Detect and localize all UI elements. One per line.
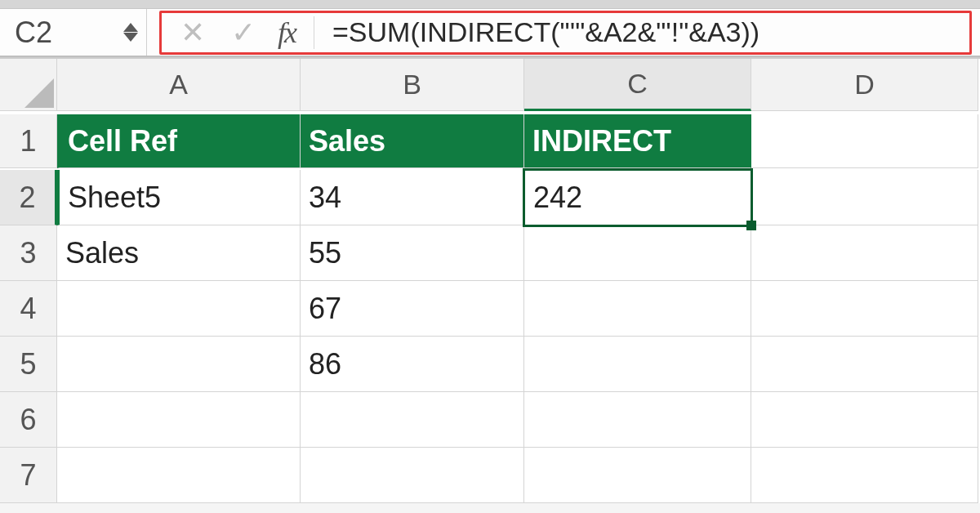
col-header-A[interactable]: A	[57, 59, 301, 111]
cell-A1[interactable]: Cell Ref	[57, 114, 301, 168]
cell-C2[interactable]: 242	[523, 168, 753, 227]
cell-A6[interactable]	[57, 392, 301, 448]
cell-C7[interactable]	[524, 448, 751, 503]
divider	[314, 16, 314, 49]
window-chrome	[0, 0, 980, 8]
cell-D5[interactable]	[751, 337, 978, 392]
name-box-stepper[interactable]	[123, 23, 138, 42]
cell-A4[interactable]	[57, 281, 301, 337]
select-all-corner[interactable]	[0, 59, 57, 111]
cell-B1[interactable]: Sales	[301, 114, 524, 168]
cell-A2[interactable]: Sheet5	[57, 170, 301, 225]
formula-bar-highlight: ✕ ✓ fx =SUM(INDIRECT("'"&A2&"'!"&A3))	[159, 11, 972, 55]
cell-C1[interactable]: INDIRECT	[524, 114, 751, 168]
name-box[interactable]: C2	[0, 9, 147, 56]
cell-D6[interactable]	[751, 392, 978, 448]
cancel-icon[interactable]: ✕	[176, 18, 209, 47]
row-header-4[interactable]: 4	[0, 281, 57, 337]
col-header-C[interactable]: C	[524, 59, 751, 111]
row-header-3[interactable]: 3	[0, 225, 57, 281]
formula-input[interactable]: =SUM(INDIRECT("'"&A2&"'!"&A3))	[332, 16, 964, 48]
cell-B7[interactable]	[301, 448, 524, 503]
formula-bar: C2 ✕ ✓ fx =SUM(INDIRECT("'"&A2&"'!"&A3))	[0, 8, 980, 57]
enter-icon[interactable]: ✓	[227, 18, 260, 47]
name-box-value: C2	[15, 16, 52, 50]
row-header-6[interactable]: 6	[0, 392, 57, 448]
cell-C4[interactable]	[524, 281, 751, 337]
cell-D4[interactable]	[751, 281, 978, 337]
cell-B3[interactable]: 55	[301, 225, 524, 281]
row-header-7[interactable]: 7	[0, 448, 57, 503]
cell-B2[interactable]: 34	[301, 170, 524, 225]
cell-C6[interactable]	[524, 392, 751, 448]
row-header-1[interactable]: 1	[0, 114, 57, 168]
fx-button[interactable]: fx	[278, 16, 296, 50]
cell-A7[interactable]	[57, 448, 301, 503]
cell-D1[interactable]	[751, 114, 978, 168]
stepper-up-icon[interactable]	[123, 23, 138, 32]
cell-C3[interactable]	[524, 225, 751, 281]
cell-B5[interactable]: 86	[301, 337, 524, 392]
row-header-2[interactable]: 2	[0, 170, 57, 225]
row-header-5[interactable]: 5	[0, 337, 57, 392]
cell-D3[interactable]	[751, 225, 978, 281]
cell-A3[interactable]: Sales	[57, 225, 301, 281]
col-header-D[interactable]: D	[751, 59, 978, 111]
cell-B4[interactable]: 67	[301, 281, 524, 337]
cell-A5[interactable]	[57, 337, 301, 392]
cell-B6[interactable]	[301, 392, 524, 448]
spreadsheet-grid[interactable]: A B C D 1 Cell Ref Sales INDIRECT 2 Shee…	[0, 57, 980, 503]
cell-C5[interactable]	[524, 337, 751, 392]
cell-D7[interactable]	[751, 448, 978, 503]
stepper-down-icon[interactable]	[123, 33, 138, 42]
col-header-B[interactable]: B	[301, 59, 524, 111]
cell-D2[interactable]	[751, 170, 978, 225]
